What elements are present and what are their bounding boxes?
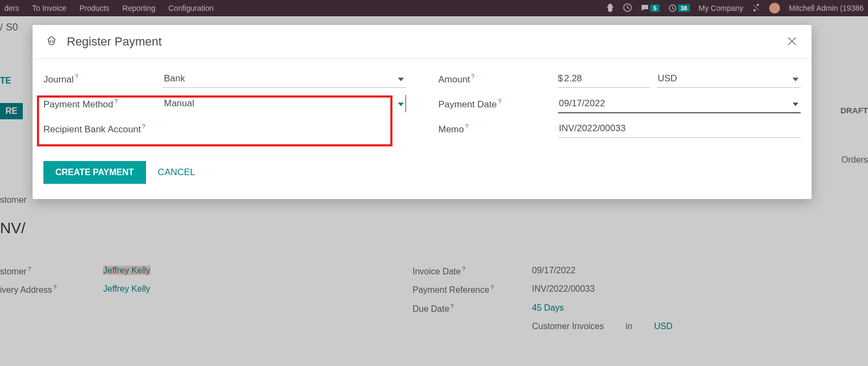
currency-select[interactable]	[657, 70, 801, 88]
modal-title: Register Payment	[67, 35, 162, 49]
payment-method-select[interactable]	[163, 95, 406, 112]
payment-method-label: Payment Method?	[43, 95, 163, 110]
journal-select[interactable]	[163, 70, 406, 88]
page-background: / S0 TE RE DRAFT Orders stomer NV/ stome…	[0, 16, 868, 366]
user-menu[interactable]: Mitchell Admin (19386	[789, 4, 864, 12]
amount-label: Amount?	[439, 70, 558, 85]
payment-date-label: Payment Date?	[439, 95, 558, 110]
bug-icon[interactable]	[606, 3, 614, 14]
create-payment-button[interactable]: CREATE PAYMENT	[43, 161, 146, 184]
bug-icon[interactable]	[46, 36, 57, 48]
tools-icon[interactable]	[752, 3, 761, 14]
help-icon[interactable]: ?	[471, 73, 474, 80]
currency-symbol: $	[558, 73, 564, 84]
cancel-button[interactable]: CANCEL	[158, 167, 195, 178]
recipient-bank-account-label: Recipient Bank Account?	[43, 120, 163, 135]
payment-date-input[interactable]	[558, 95, 801, 113]
clock-icon[interactable]: 38	[668, 4, 690, 12]
avatar[interactable]	[769, 3, 780, 14]
help-icon[interactable]: ?	[75, 73, 78, 80]
activities-icon[interactable]	[623, 3, 632, 14]
memo-label: Memo?	[439, 120, 558, 135]
nav-item[interactable]: Products	[79, 4, 109, 12]
company-switcher[interactable]: My Company	[699, 4, 743, 12]
messages-badge: 5	[650, 4, 659, 12]
journal-label: Journal?	[43, 70, 163, 85]
nav-item[interactable]: Configuration	[168, 4, 213, 12]
help-icon[interactable]: ?	[115, 98, 118, 105]
help-icon[interactable]: ?	[142, 123, 145, 130]
nav-item[interactable]: Reporting	[123, 4, 156, 12]
top-nav: ders To Invoice Products Reporting Confi…	[0, 0, 868, 16]
help-icon[interactable]: ?	[498, 98, 501, 105]
memo-input[interactable]	[558, 120, 801, 138]
nav-item[interactable]: ders	[4, 4, 19, 12]
nav-item[interactable]: To Invoice	[32, 4, 66, 12]
register-payment-modal: Register Payment Journal? Payment Method…	[33, 25, 812, 199]
close-button[interactable]	[786, 35, 798, 49]
amount-input[interactable]	[564, 70, 650, 87]
activities-badge: 38	[678, 4, 690, 12]
help-icon[interactable]: ?	[465, 123, 468, 130]
messages-icon[interactable]: 5	[641, 4, 659, 12]
